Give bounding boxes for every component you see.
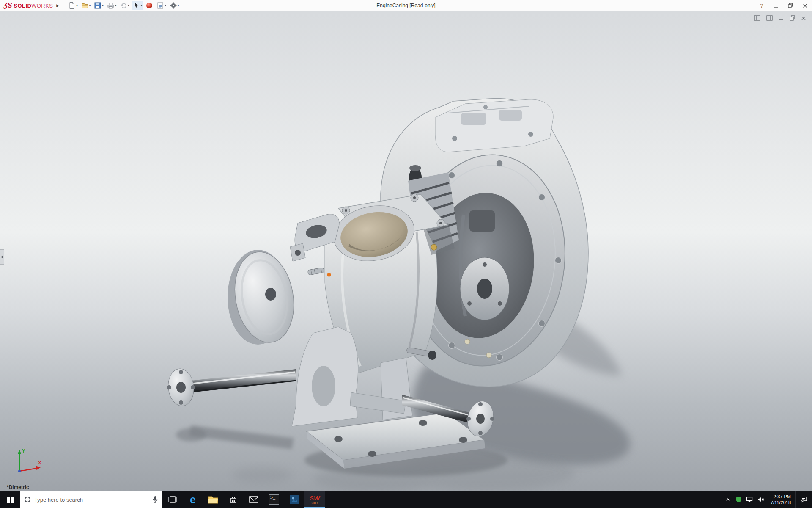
appearance-sphere-icon: [145, 2, 153, 9]
help-button[interactable]: ?: [754, 0, 769, 11]
doc-close-button[interactable]: [801, 16, 806, 21]
minimize-icon: [774, 3, 779, 8]
print-icon: [107, 2, 115, 9]
view-orientation-label: *Dimetric: [7, 484, 29, 490]
restore-icon: [788, 3, 793, 8]
mail-envelope-icon: [249, 495, 259, 504]
select-button[interactable]: ▾: [132, 1, 144, 10]
taskbar-app-store[interactable]: [223, 491, 244, 508]
open-folder-icon: [81, 2, 89, 9]
dropdown-caret-icon[interactable]: ▾: [76, 4, 78, 7]
windows-logo-icon: [7, 497, 14, 503]
tray-security-button[interactable]: [733, 491, 744, 508]
ds-logo-icon: ƷS: [3, 2, 12, 9]
taskbar-clock[interactable]: 2:37 PM 7/11/2018: [766, 494, 795, 505]
document-window-controls: [754, 15, 806, 21]
appearance-button[interactable]: [144, 1, 154, 10]
volume-icon: [757, 496, 764, 503]
dropdown-caret-icon[interactable]: ▾: [89, 4, 91, 7]
menu-expand-arrow-icon[interactable]: ▶: [55, 3, 63, 8]
close-button[interactable]: [798, 0, 812, 11]
photos-icon: [289, 494, 299, 505]
edge-icon: e: [190, 494, 196, 505]
taskbar-app-photos[interactable]: [284, 491, 304, 508]
microphone-icon[interactable]: [152, 496, 158, 503]
window-controls: ?: [754, 0, 812, 11]
feature-panel-expand-tab[interactable]: [0, 249, 4, 265]
action-center-button[interactable]: [795, 491, 812, 508]
doc-restore-button[interactable]: [790, 15, 795, 21]
orientation-triad: Y X: [18, 448, 42, 472]
open-button[interactable]: ▾: [80, 1, 92, 10]
left-disc: [228, 247, 301, 347]
model-canvas[interactable]: Y X: [0, 11, 812, 491]
tray-network-button[interactable]: [744, 491, 755, 508]
dropdown-caret-icon[interactable]: ▾: [102, 4, 104, 7]
settings-gear-icon: [170, 2, 177, 9]
task-view-button[interactable]: [162, 491, 183, 508]
chevron-up-icon: [725, 497, 731, 502]
shield-icon: [735, 496, 742, 503]
solidworks-app-icon: SW 2017: [310, 495, 320, 505]
titlebar: ƷS SOLID WORKS ▶ ▾ ▾: [0, 0, 812, 11]
sheet-format-icon: [156, 2, 164, 9]
graphics-viewport[interactable]: Y X *Dimetric: [0, 11, 812, 491]
save-floppy-icon: [94, 2, 102, 9]
split-pane-left-button[interactable]: [754, 15, 760, 21]
select-cursor-icon: [133, 2, 140, 9]
notification-icon: [800, 496, 807, 503]
minimize-button[interactable]: [769, 0, 783, 11]
search-input[interactable]: [34, 497, 148, 503]
taskbar-app-file-explorer[interactable]: [203, 491, 223, 508]
spring: [307, 268, 324, 275]
undo-button[interactable]: ▾: [118, 1, 131, 10]
quick-access-toolbar: ▾ ▾ ▾: [67, 1, 180, 10]
network-icon: [746, 497, 753, 502]
print-button[interactable]: ▾: [106, 1, 118, 10]
taskbar-app-edge[interactable]: e: [183, 491, 203, 508]
clock-time: 2:37 PM: [774, 494, 791, 500]
left-shaft: [167, 367, 296, 407]
system-tray: 2:37 PM 7/11/2018: [722, 491, 812, 508]
file-explorer-icon: [208, 495, 219, 504]
options-button[interactable]: ▾: [168, 1, 181, 10]
task-view-icon: [167, 495, 178, 504]
tray-volume-button[interactable]: [755, 491, 766, 508]
chevron-left-icon: [1, 255, 3, 259]
triad-x-label: X: [38, 460, 41, 465]
split-pane-right-button[interactable]: [766, 15, 773, 21]
dropdown-caret-icon[interactable]: ▾: [141, 4, 143, 7]
undo-arrow-icon: [120, 2, 127, 9]
store-bag-icon: [228, 494, 239, 505]
sheet-format-button[interactable]: ▾: [155, 1, 167, 10]
dropdown-caret-icon[interactable]: ▾: [128, 4, 129, 7]
taskbar-app-mail[interactable]: [244, 491, 264, 508]
new-document-button[interactable]: ▾: [67, 1, 79, 10]
taskbar-app-solidworks[interactable]: SW 2017: [304, 491, 325, 508]
taskbar-search[interactable]: [20, 491, 162, 508]
selection-marker: [327, 273, 331, 277]
dropdown-caret-icon[interactable]: ▾: [165, 4, 166, 7]
close-icon: [803, 3, 807, 8]
brand-text-light: WORKS: [31, 3, 53, 9]
cortana-circle-icon: [25, 497, 30, 502]
save-button[interactable]: ▾: [93, 1, 105, 10]
restore-button[interactable]: [783, 0, 798, 11]
dropdown-caret-icon[interactable]: ▾: [115, 4, 117, 7]
windows-taskbar: e >_: [0, 491, 812, 508]
brand-text-bold: SOLID: [14, 3, 31, 9]
tray-expand-button[interactable]: [722, 491, 733, 508]
triad-y-label: Y: [22, 448, 25, 453]
solidworks-logo: ƷS SOLID WORKS: [0, 2, 55, 9]
doc-minimize-button[interactable]: [779, 16, 784, 21]
new-document-icon: [68, 2, 76, 9]
window-title: EngineCasing [Read-only]: [376, 3, 435, 8]
screen: ƷS SOLID WORKS ▶ ▾ ▾: [0, 0, 812, 508]
dropdown-caret-icon[interactable]: ▾: [178, 4, 179, 7]
start-button[interactable]: [0, 491, 20, 508]
taskbar-app-command-prompt[interactable]: >_: [264, 491, 284, 508]
clock-date: 7/11/2018: [771, 500, 791, 505]
command-prompt-icon: >_: [269, 494, 279, 505]
